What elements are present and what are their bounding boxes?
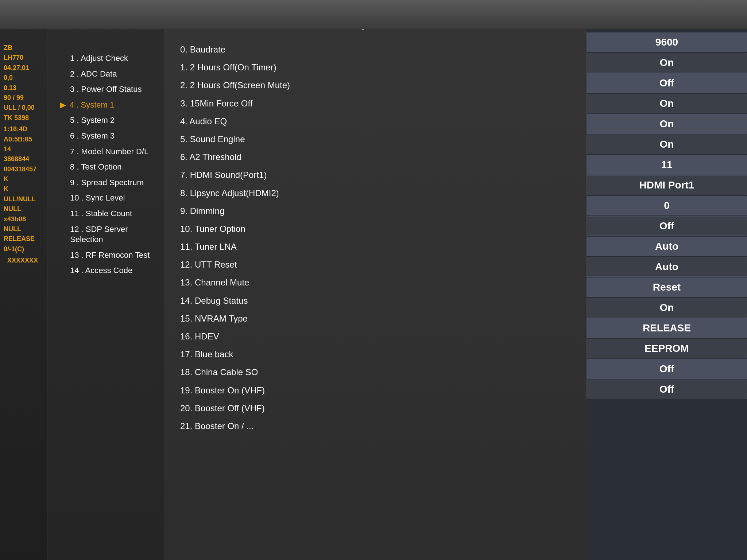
main-menu-item[interactable]: 1. 2 Hours Off(On Timer) bbox=[179, 59, 579, 76]
value-cell: EEPROM bbox=[587, 339, 747, 358]
left-info-line: NULL bbox=[4, 225, 43, 233]
side-menu-item-label: 1 . Adjust Check bbox=[70, 53, 128, 64]
left-info-line: NULL bbox=[4, 205, 43, 213]
main-menu-item[interactable]: 8. Lipsync Adjust(HDMI2) bbox=[179, 184, 579, 202]
value-cell: 9600 bbox=[587, 32, 747, 52]
side-menu-item-label: 3 . Power Off Status bbox=[70, 84, 142, 95]
value-cell: Reset bbox=[587, 277, 747, 297]
value-cell: On bbox=[587, 94, 747, 113]
left-info-line: RELEASE bbox=[4, 235, 43, 243]
side-menu-item[interactable]: 1 . Adjust Check bbox=[58, 51, 156, 66]
main-menu-item[interactable]: 13. Channel Mute bbox=[179, 274, 579, 291]
top-bar bbox=[0, 0, 747, 29]
main-menu-item[interactable]: 2. 2 Hours Off(Screen Mute) bbox=[179, 77, 579, 94]
left-info-line: ULL/NULL bbox=[4, 195, 43, 203]
value-cell: On bbox=[587, 135, 747, 154]
left-info-line: K bbox=[4, 185, 43, 193]
main-menu-item[interactable]: 20. Booster Off (VHF) bbox=[179, 400, 579, 417]
value-cell: Auto bbox=[587, 237, 747, 256]
values-panel: 9600OnOffOnOnOn11HDMI Port10OffAutoAutoR… bbox=[587, 0, 747, 560]
left-info-line: 004318457 bbox=[4, 165, 43, 174]
side-menu-item-label: 9 . Spread Spectrum bbox=[70, 178, 144, 188]
main-menu-item[interactable]: 18. China Cable SO bbox=[179, 363, 579, 381]
side-menu-item-label: 5 . System 2 bbox=[70, 115, 115, 126]
side-menu-item-label: 11 . Stable Count bbox=[70, 209, 132, 219]
left-info-line: ZB bbox=[4, 44, 43, 52]
left-panel: ZBLH77004,27,010,00.1390 / 99ULL / 0,00T… bbox=[0, 0, 47, 560]
value-cell: Off bbox=[587, 216, 747, 236]
main-menu-item[interactable]: 7. HDMI Sound(Port1) bbox=[179, 166, 579, 183]
main-menu-item[interactable]: 17. Blue back bbox=[179, 346, 579, 363]
left-info-line: LH770 bbox=[4, 54, 43, 62]
left-info-line: 14 bbox=[4, 145, 43, 153]
left-info-line: 1:16:4D bbox=[4, 125, 43, 133]
main-panel: System 1 0. Baudrate1. 2 Hours Off(On Ti… bbox=[164, 0, 587, 560]
left-info-line: _XXXXXXX bbox=[4, 256, 43, 265]
main-menu-item[interactable]: 4. Audio EQ bbox=[179, 113, 579, 130]
value-cell: HDMI Port1 bbox=[587, 175, 747, 195]
value-cell: On bbox=[587, 53, 747, 73]
main-menu-item[interactable]: 3. 15Min Force Off bbox=[179, 95, 579, 112]
main-menu-item[interactable]: 9. Dimming bbox=[179, 202, 579, 219]
left-info-line: TK 5398 bbox=[4, 114, 43, 122]
left-info-line: K bbox=[4, 175, 43, 183]
side-menu-item[interactable]: 3 . Power Off Status bbox=[58, 82, 156, 97]
side-menu-item[interactable]: 6 . System 3 bbox=[58, 129, 156, 144]
value-cell: Off bbox=[587, 73, 747, 93]
left-info-line: x43b08 bbox=[4, 215, 43, 223]
side-menu-item[interactable]: 13 . RF Remocon Test bbox=[58, 248, 156, 263]
main-menu-item[interactable]: 11. Tuner LNA bbox=[179, 238, 579, 255]
left-info-line: 0,0 bbox=[4, 74, 43, 82]
side-menu-item-label: 10 . Sync Level bbox=[70, 193, 125, 203]
main-menu-item[interactable]: 16. HDEV bbox=[179, 328, 579, 345]
main-menu-item[interactable]: 15. NVRAM Type bbox=[179, 310, 579, 327]
main-menu-item[interactable]: 6. A2 Threshold bbox=[179, 148, 579, 166]
side-menu-item[interactable]: 10 . Sync Level bbox=[58, 191, 156, 206]
main-menu-item[interactable]: 19. Booster On (VHF) bbox=[179, 382, 579, 399]
value-cell: 11 bbox=[587, 155, 747, 175]
value-cell: On bbox=[587, 114, 747, 134]
side-menu-item[interactable]: 9 . Spread Spectrum bbox=[58, 175, 156, 190]
main-menu-list: 0. Baudrate1. 2 Hours Off(On Timer)2. 2 … bbox=[179, 41, 587, 435]
side-menu-item[interactable]: ▶4 . System 1 bbox=[58, 98, 156, 113]
main-menu-item[interactable]: 21. Booster On / ... bbox=[179, 417, 579, 435]
side-menu-item-label: 6 . System 3 bbox=[70, 131, 115, 141]
side-menu-item[interactable]: 7 . Model Number D/L bbox=[58, 144, 156, 159]
left-info-line: ULL / 0,00 bbox=[4, 104, 43, 112]
selected-arrow-icon: ▶ bbox=[60, 100, 66, 110]
main-menu-item[interactable]: 10. Tuner Option bbox=[179, 220, 579, 237]
side-menu-item[interactable]: 14 . Access Code bbox=[58, 263, 156, 278]
main-menu-item[interactable]: 0. Baudrate bbox=[179, 41, 579, 58]
main-menu-item[interactable]: 14. Debug Status bbox=[179, 292, 579, 309]
left-info-line: 3868844 bbox=[4, 155, 43, 163]
side-menu-item[interactable]: 11 . Stable Count bbox=[58, 206, 156, 221]
side-menu-item-label: 8 . Test Option bbox=[70, 162, 121, 172]
value-cell: Off bbox=[587, 359, 747, 379]
side-menu-item[interactable]: 8 . Test Option bbox=[58, 160, 156, 175]
main-menu-item[interactable]: 5. Sound Engine bbox=[179, 131, 579, 148]
value-cell: On bbox=[587, 298, 747, 318]
value-cell: 0 bbox=[587, 196, 747, 215]
side-menu-item[interactable]: 2 . ADC Data bbox=[58, 67, 156, 82]
main-menu-item[interactable]: 12. UTT Reset bbox=[179, 256, 579, 273]
side-menu-item-label: 7 . Model Number D/L bbox=[70, 147, 148, 157]
side-menu-item-label: 2 . ADC Data bbox=[70, 69, 117, 79]
side-menu-item-label: 4 . System 1 bbox=[70, 100, 114, 110]
left-info-line: 0/-1(C) bbox=[4, 245, 43, 253]
side-menu-item-label: 12 . SDP Server Selection bbox=[70, 224, 155, 245]
value-cell: Auto bbox=[587, 257, 747, 277]
left-info-line: A0:5B:85 bbox=[4, 135, 43, 144]
value-cell: RELEASE bbox=[587, 318, 747, 338]
side-menu-item[interactable]: 5 . System 2 bbox=[58, 113, 156, 128]
left-info-line: 04,27,01 bbox=[4, 64, 43, 72]
side-menu-item-label: 14 . Access Code bbox=[70, 265, 132, 276]
left-info-line: 90 / 99 bbox=[4, 94, 43, 102]
side-menu-panel: 1 . Adjust Check2 . ADC Data3 . Power Of… bbox=[47, 0, 164, 560]
side-menu-item[interactable]: 12 . SDP Server Selection bbox=[58, 222, 156, 247]
side-menu-item-label: 13 . RF Remocon Test bbox=[70, 250, 150, 261]
left-info-line: 0.13 bbox=[4, 84, 43, 92]
value-cell: Off bbox=[587, 380, 747, 399]
